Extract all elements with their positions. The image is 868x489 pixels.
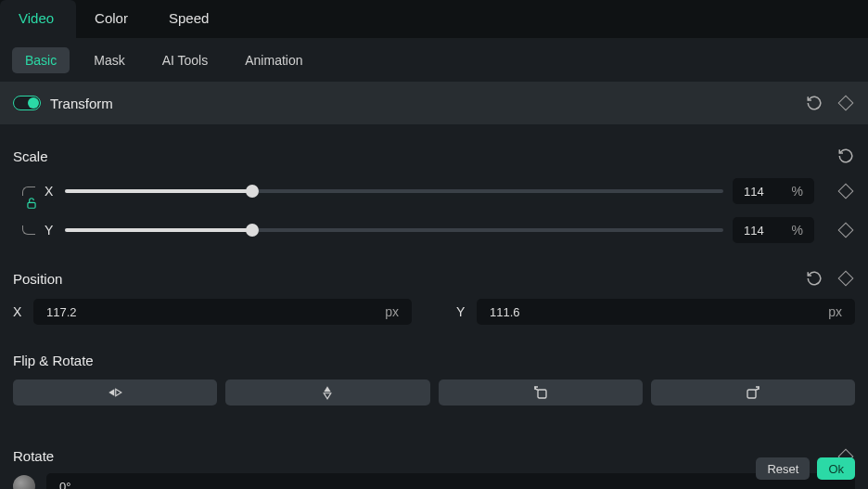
scale-reset-icon[interactable]	[836, 147, 855, 165]
scale-x-slider[interactable]	[65, 189, 723, 193]
scale-x-unit: %	[792, 184, 803, 199]
tab-ai-tools[interactable]: AI Tools	[149, 47, 222, 73]
reset-button[interactable]: Reset	[756, 457, 810, 480]
position-row: X 117.2 px Y 111.6 px	[13, 299, 855, 325]
sub-tabs: Basic Mask AI Tools Animation	[0, 38, 868, 82]
footer: Reset Ok	[756, 457, 855, 480]
position-keyframe-icon[interactable]	[838, 271, 854, 287]
scale-y-row: Y 114 %	[13, 217, 855, 243]
position-x-label: X	[13, 304, 24, 319]
position-x-unit: px	[385, 304, 399, 319]
tab-color[interactable]: Color	[76, 0, 150, 38]
tab-mask[interactable]: Mask	[81, 47, 137, 73]
reset-icon[interactable]	[805, 94, 823, 112]
scale-x-row: X 114 %	[13, 178, 855, 204]
scale-x-value: 114	[744, 185, 764, 199]
tab-speed[interactable]: Speed	[150, 0, 231, 38]
position-y-value: 111.6	[490, 305, 520, 319]
rotate-row: 0°	[13, 473, 855, 489]
position-x-input[interactable]: 117.2 px	[33, 299, 412, 325]
rotate-input[interactable]: 0°	[46, 473, 855, 489]
scale-y-slider[interactable]	[65, 228, 723, 232]
scale-x-input[interactable]: 114 %	[733, 178, 814, 204]
position-reset-icon[interactable]	[805, 269, 823, 288]
transform-toggle[interactable]	[13, 96, 41, 110]
scale-x-keyframe-icon[interactable]	[838, 184, 854, 199]
ok-button[interactable]: Ok	[817, 457, 855, 480]
position-x-value: 117.2	[46, 305, 77, 319]
tab-video[interactable]: Video	[0, 0, 76, 38]
bracket-bottom	[22, 225, 35, 235]
scale-label: Scale	[13, 148, 48, 164]
rotate-value: 0°	[59, 480, 70, 490]
flip-vertical-button[interactable]	[225, 380, 429, 405]
scale-label-row: Scale	[13, 124, 855, 165]
rotate-label: Rotate	[13, 448, 54, 464]
scale-x-label: X	[45, 184, 56, 199]
content-panel: Scale X 114 % Y	[0, 124, 868, 489]
transform-header: Transform	[0, 82, 868, 124]
scale-y-value: 114	[744, 224, 764, 238]
rotate-ccw-button[interactable]	[439, 380, 643, 405]
position-y-label: Y	[456, 304, 467, 319]
scale-y-keyframe-icon[interactable]	[838, 223, 854, 238]
flip-rotate-grid	[13, 380, 855, 405]
transform-title: Transform	[50, 96, 783, 111]
rotate-knob[interactable]	[13, 475, 35, 489]
scale-y-input[interactable]: 114 %	[733, 217, 814, 243]
keyframe-icon[interactable]	[838, 96, 854, 111]
position-label-row: Position	[13, 243, 855, 288]
position-y-unit: px	[828, 304, 842, 319]
tab-basic[interactable]: Basic	[12, 47, 70, 73]
position-y-input[interactable]: 111.6 px	[477, 299, 855, 325]
flip-rotate-label: Flip & Rotate	[13, 325, 855, 368]
bracket-top	[22, 187, 35, 196]
scale-y-label: Y	[45, 223, 56, 238]
svg-rect-0	[28, 202, 35, 208]
flip-horizontal-button[interactable]	[13, 380, 217, 405]
top-tabs: Video Color Speed	[0, 0, 868, 38]
svg-rect-1	[538, 390, 546, 398]
scale-y-unit: %	[792, 223, 803, 238]
lock-icon[interactable]	[25, 197, 38, 212]
svg-rect-2	[747, 390, 756, 398]
tab-animation[interactable]: Animation	[232, 47, 315, 73]
rotate-label-row: Rotate	[13, 426, 855, 464]
position-label: Position	[13, 271, 62, 287]
rotate-cw-button[interactable]	[651, 380, 855, 405]
